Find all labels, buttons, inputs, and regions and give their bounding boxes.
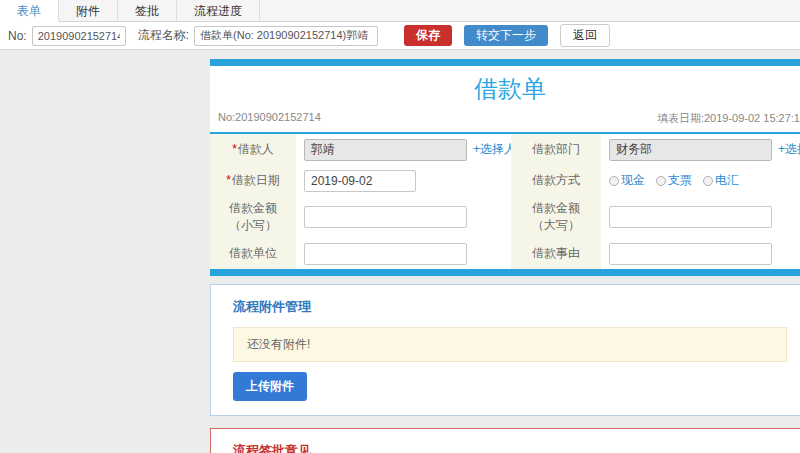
page-content: 借款单 No:20190902152714 填表日期:2019-09-02 15…: [0, 50, 800, 453]
loan-reason-label: 借款事由: [511, 238, 601, 269]
form-number: No:20190902152714: [218, 111, 321, 126]
tab-bar: 表单 附件 签批 流程进度: [0, 0, 800, 22]
radio-wire-transfer[interactable]: 电汇: [703, 172, 739, 189]
save-button[interactable]: 保存: [404, 25, 452, 46]
amount-uppercase-field: [601, 196, 800, 238]
loan-reason-field: [601, 238, 800, 269]
approval-card: 流程签批意见 B I abc: [210, 428, 800, 453]
radio-cash[interactable]: 现金: [609, 172, 645, 189]
loan-unit-field: [296, 238, 511, 269]
borrower-label: *借款人: [210, 134, 296, 165]
tab-approval[interactable]: 签批: [118, 0, 177, 21]
department-label: 借款部门: [511, 134, 601, 165]
amount-uppercase-input[interactable]: [609, 206, 772, 228]
radio-circle-icon[interactable]: [656, 176, 666, 186]
amount-lowercase-field: [296, 196, 511, 238]
back-button[interactable]: 返回: [560, 24, 610, 47]
loan-method-field: 现金 支票 电汇: [601, 165, 800, 196]
loan-date-field: [296, 165, 511, 196]
required-asterisk: *: [226, 173, 231, 187]
required-asterisk: *: [232, 142, 237, 156]
borrower-field: +选择人员: [296, 134, 511, 165]
radio-cheque[interactable]: 支票: [656, 172, 692, 189]
no-attachment-notice: 还没有附件!: [233, 327, 787, 362]
form-meta-row: No:20190902152714 填表日期:2019-09-02 15:27:…: [210, 108, 800, 132]
loan-date-input[interactable]: [304, 170, 416, 192]
no-input[interactable]: [32, 26, 126, 46]
loan-unit-label: 借款单位: [210, 238, 296, 269]
amount-lowercase-input[interactable]: [304, 206, 467, 228]
attachment-section-title: 流程附件管理: [233, 298, 787, 316]
department-input[interactable]: [609, 139, 772, 161]
loan-unit-input[interactable]: [304, 243, 467, 265]
loan-form-card: 借款单 No:20190902152714 填表日期:2019-09-02 15…: [210, 59, 800, 276]
document-panel: 借款单 No:20190902152714 填表日期:2019-09-02 15…: [210, 59, 800, 453]
loan-date-label: *借款日期: [210, 165, 296, 196]
process-name-label: 流程名称:: [138, 27, 189, 44]
fill-date: 填表日期:2019-09-02 15:27:1: [657, 111, 800, 126]
approval-section-title: 流程签批意见: [233, 442, 787, 453]
tab-attachment[interactable]: 附件: [59, 0, 118, 21]
loan-method-label: 借款方式: [511, 165, 601, 196]
forward-next-step-button[interactable]: 转交下一步: [464, 25, 548, 46]
top-accent-bar: [210, 59, 800, 66]
loan-form-grid: *借款人 +选择人员 借款部门 +选择部门 *借款日期 借款方式 现金: [210, 134, 800, 269]
radio-circle-icon[interactable]: [703, 176, 713, 186]
radio-circle-icon[interactable]: [609, 176, 619, 186]
no-label: No:: [8, 29, 27, 43]
bottom-accent-bar: [210, 269, 800, 276]
amount-lowercase-label: 借款金额（小写）: [210, 196, 296, 238]
tab-process-progress[interactable]: 流程进度: [177, 0, 260, 21]
loan-reason-input[interactable]: [609, 243, 772, 265]
department-field: +选择部门: [601, 134, 800, 165]
tab-form[interactable]: 表单: [0, 0, 59, 22]
attachment-card: 流程附件管理 还没有附件! 上传附件: [210, 284, 800, 416]
amount-uppercase-label: 借款金额（大写）: [511, 196, 601, 238]
form-title: 借款单: [210, 66, 800, 108]
select-department-link[interactable]: +选择部门: [778, 141, 800, 158]
process-name-input[interactable]: [194, 26, 378, 46]
upload-attachment-button[interactable]: 上传附件: [233, 372, 307, 401]
action-toolbar: No: 流程名称: 保存 转交下一步 返回: [0, 22, 800, 50]
borrower-input[interactable]: [304, 139, 467, 161]
